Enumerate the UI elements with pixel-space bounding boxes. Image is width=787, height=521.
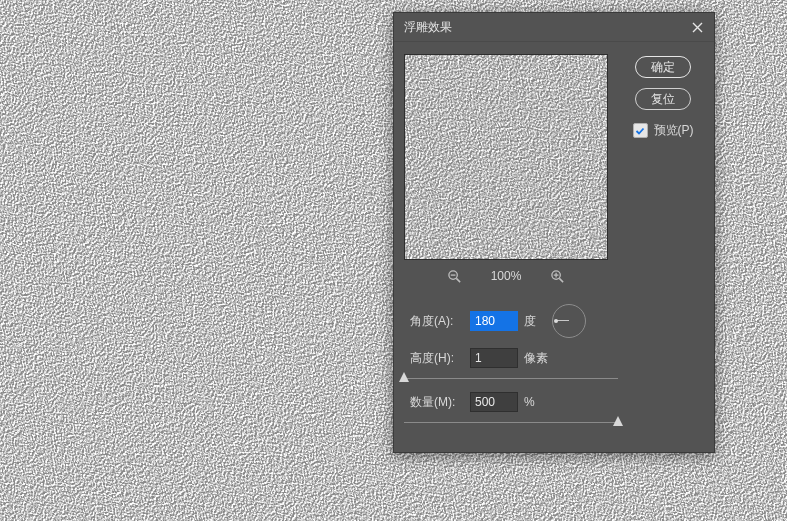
amount-unit: % (524, 395, 535, 409)
angle-label: 角度(A): (410, 313, 464, 330)
angle-dial[interactable] (552, 304, 586, 338)
close-icon (692, 22, 703, 33)
svg-marker-9 (399, 372, 409, 382)
height-slider-handle[interactable] (399, 372, 409, 382)
ok-button[interactable]: 确定 (635, 56, 691, 78)
dialog-titlebar[interactable]: 浮雕效果 (394, 13, 714, 42)
height-unit: 像素 (524, 350, 548, 367)
ok-button-label: 确定 (651, 59, 675, 76)
preview-checkbox-label: 预览(P) (654, 122, 694, 139)
zoom-level: 100% (491, 269, 522, 283)
height-label: 高度(H): (410, 350, 464, 367)
zoom-out-icon (447, 269, 462, 284)
check-icon (635, 126, 645, 136)
svg-line-3 (457, 278, 461, 282)
height-input[interactable] (470, 348, 518, 368)
dialog-title: 浮雕效果 (404, 19, 688, 36)
zoom-in-button[interactable] (549, 268, 565, 284)
zoom-in-icon (550, 269, 565, 284)
preview-checkbox-row[interactable]: 预览(P) (633, 122, 694, 139)
reset-button[interactable]: 复位 (635, 88, 691, 110)
emboss-dialog: 浮雕效果 (393, 12, 715, 453)
zoom-out-button[interactable] (447, 268, 463, 284)
amount-slider-handle[interactable] (613, 416, 623, 426)
preview-checkbox[interactable] (633, 123, 648, 138)
effect-preview[interactable] (404, 54, 608, 260)
angle-input[interactable] (470, 311, 518, 331)
svg-marker-10 (613, 416, 623, 426)
close-button[interactable] (688, 18, 706, 36)
svg-line-6 (559, 278, 563, 282)
amount-slider[interactable] (404, 416, 618, 430)
amount-label: 数量(M): (410, 394, 464, 411)
height-slider[interactable] (404, 372, 618, 386)
svg-rect-1 (405, 55, 607, 259)
angle-unit: 度 (524, 313, 536, 330)
reset-button-label: 复位 (651, 91, 675, 108)
amount-input[interactable] (470, 392, 518, 412)
